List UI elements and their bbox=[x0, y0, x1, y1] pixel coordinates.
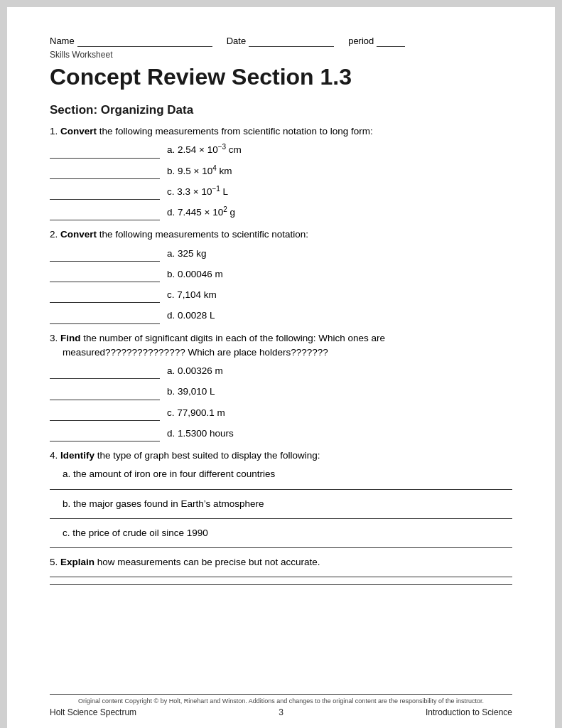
name-label: Name bbox=[50, 36, 75, 46]
date-label: Date bbox=[227, 36, 246, 46]
q2-answer-line-a[interactable] bbox=[50, 247, 160, 262]
skills-worksheet-label: Skills Worksheet bbox=[50, 50, 512, 60]
q2-item-c: c. 7,104 km bbox=[50, 288, 512, 303]
q2-item-a: a. 325 kg bbox=[50, 247, 512, 262]
footer-center: 3 bbox=[279, 707, 283, 717]
q2-item-b: b. 0.00046 m bbox=[50, 267, 512, 282]
q1-answer-line-d[interactable] bbox=[50, 205, 160, 220]
footer-right: Introduction to Science bbox=[426, 707, 512, 717]
q3-rest2: measured??????????????? Which are place … bbox=[50, 346, 512, 360]
q2-text-d: d. 0.0028 L bbox=[167, 309, 215, 323]
q2-text-a: a. 325 kg bbox=[167, 247, 207, 261]
q1-text-c: c. 3.3 × 10−1 L bbox=[167, 185, 228, 199]
q1-item-a: a. 2.54 × 10−3 cm bbox=[50, 143, 512, 158]
question-1: 1. Convert the following measurements fr… bbox=[50, 124, 512, 220]
section-title: Section: Organizing Data bbox=[50, 103, 512, 117]
q2-answer-line-c[interactable] bbox=[50, 288, 160, 303]
question-5: 5. Explain how measurements can be preci… bbox=[50, 555, 512, 585]
question-4-intro: 4. Identify the type of graph best suite… bbox=[50, 449, 512, 463]
question-2: 2. Convert the following measurements to… bbox=[50, 228, 512, 323]
q5-number: 5. bbox=[50, 557, 60, 567]
q2-answer-line-d[interactable] bbox=[50, 309, 160, 323]
q3-text-b: b. 39,010 L bbox=[167, 385, 215, 399]
q3-bold: Find bbox=[60, 333, 81, 343]
q1-answer-line-a[interactable] bbox=[50, 143, 160, 158]
q1-text-a: a. 2.54 × 10−3 cm bbox=[167, 143, 242, 157]
q3-answer-line-b[interactable] bbox=[50, 385, 160, 400]
q1-item-c: c. 3.3 × 10−1 L bbox=[50, 185, 512, 200]
q4-item-a-text: a. the amount of iron ore in four differ… bbox=[50, 467, 512, 481]
footer: Original content Copyright © by Holt, Ri… bbox=[50, 694, 512, 717]
q2-text-c: c. 7,104 km bbox=[167, 288, 217, 302]
period-underline bbox=[377, 36, 405, 47]
date-field: Date bbox=[227, 36, 334, 47]
q4-answer-line-a[interactable] bbox=[50, 489, 512, 490]
question-4: 4. Identify the type of graph best suite… bbox=[50, 449, 512, 548]
name-field: Name bbox=[50, 36, 212, 47]
q3-item-c: c. 77,900.1 m bbox=[50, 406, 512, 421]
period-field: period bbox=[348, 36, 405, 47]
q3-answer-line-d[interactable] bbox=[50, 427, 160, 441]
worksheet-page: Name Date period Skills Worksheet Concep… bbox=[7, 7, 555, 728]
footer-left: Holt Science Spectrum bbox=[50, 707, 136, 717]
q2-item-d: d. 0.0028 L bbox=[50, 309, 512, 323]
header-line: Name Date period bbox=[50, 36, 512, 47]
question-5-intro: 5. Explain how measurements can be preci… bbox=[50, 555, 512, 569]
q1-item-b: b. 9.5 × 104 km bbox=[50, 164, 512, 179]
question-3-intro: 3. Find the number of significant digits… bbox=[50, 331, 512, 360]
q2-rest: the following measurements to scientific… bbox=[97, 229, 308, 240]
q5-answer-line-2[interactable] bbox=[50, 584, 512, 585]
q1-item-d: d. 7.445 × 102 g bbox=[50, 205, 512, 220]
name-underline bbox=[77, 36, 212, 47]
q1-bold: Convert bbox=[60, 126, 97, 136]
q2-number: 2. bbox=[50, 229, 60, 240]
q2-bold: Convert bbox=[60, 229, 97, 240]
q3-number: 3. bbox=[50, 333, 60, 343]
q3-item-b: b. 39,010 L bbox=[50, 385, 512, 400]
q1-number: 1. bbox=[50, 126, 60, 136]
q1-answer-line-c[interactable] bbox=[50, 185, 160, 200]
question-1-intro: 1. Convert the following measurements fr… bbox=[50, 124, 512, 139]
q4-number: 4. bbox=[50, 450, 60, 461]
q4-rest: the type of graph best suited to display… bbox=[94, 450, 320, 461]
q1-text-b: b. 9.5 × 104 km bbox=[167, 164, 232, 178]
q3-item-a: a. 0.00326 m bbox=[50, 364, 512, 379]
q3-text-d: d. 1.5300 hours bbox=[167, 427, 234, 441]
q4-item-b-text: b. the major gases found in Earth’s atmo… bbox=[50, 497, 512, 511]
q1-rest: the following measurements from scientif… bbox=[97, 126, 373, 136]
footer-bottom: Holt Science Spectrum 3 Introduction to … bbox=[50, 707, 512, 717]
footer-copyright: Original content Copyright © by Holt, Ri… bbox=[50, 697, 512, 705]
q4-answer-line-b[interactable] bbox=[50, 518, 512, 519]
q4-bold: Identify bbox=[60, 450, 94, 461]
q4-answer-line-c[interactable] bbox=[50, 547, 512, 548]
q3-text-a: a. 0.00326 m bbox=[167, 364, 223, 378]
q3-text-c: c. 77,900.1 m bbox=[167, 406, 225, 420]
q5-rest: how measurements can be precise but not … bbox=[94, 557, 320, 567]
period-label: period bbox=[348, 36, 374, 46]
date-underline bbox=[249, 36, 334, 47]
q5-bold: Explain bbox=[60, 557, 94, 567]
q2-answer-line-b[interactable] bbox=[50, 267, 160, 282]
question-3: 3. Find the number of significant digits… bbox=[50, 331, 512, 442]
q1-answer-line-b[interactable] bbox=[50, 164, 160, 179]
q1-text-d: d. 7.445 × 102 g bbox=[167, 205, 235, 220]
q5-answer-line-1[interactable] bbox=[50, 577, 512, 577]
q3-answer-line-a[interactable] bbox=[50, 364, 160, 379]
q4-item-c-text: c. the price of crude oil since 1990 bbox=[50, 526, 512, 540]
main-title: Concept Review Section 1.3 bbox=[50, 64, 512, 90]
q2-text-b: b. 0.00046 m bbox=[167, 267, 223, 282]
question-2-intro: 2. Convert the following measurements to… bbox=[50, 228, 512, 242]
q3-item-d: d. 1.5300 hours bbox=[50, 427, 512, 441]
q3-answer-line-c[interactable] bbox=[50, 406, 160, 421]
q3-rest: the number of significant digits in each… bbox=[81, 333, 386, 343]
